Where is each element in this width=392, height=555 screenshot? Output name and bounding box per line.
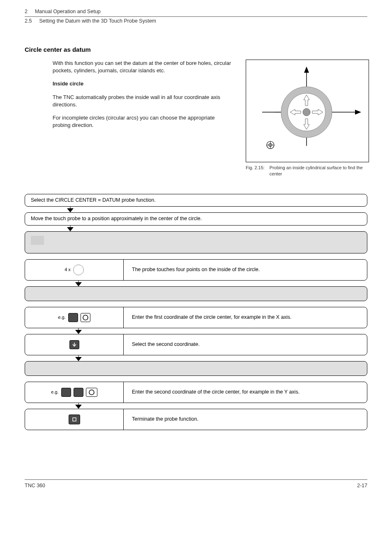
intro-text: With this function you can set the datum… (53, 60, 233, 74)
page-footer: TNC 360 2-17 (25, 479, 367, 490)
figure-caption-text: Probing an inside cylindrical surface to… (270, 165, 369, 177)
numeric-key-icon (68, 313, 78, 322)
step-text: Select the second coordinate. (124, 334, 367, 355)
step-text: The probe touches four points on the ins… (124, 260, 367, 280)
step-terminate: Terminate the probe function. (25, 409, 367, 430)
screen-rect-icon (31, 236, 44, 245)
footer-left: TNC 360 (25, 482, 45, 490)
step-second-coordinate: e.g. Enter the second coordinate of the … (25, 382, 367, 403)
figure-probe-diagram (246, 60, 369, 162)
display-placeholder (25, 286, 367, 301)
flow-connector (66, 207, 367, 212)
step-text: Enter the first coordinate of the circle… (124, 307, 367, 328)
step-text: Terminate the probe function. (124, 409, 367, 430)
svg-marker-20 (75, 357, 82, 361)
section-header: 2.5 Setting the Datum with the 3D Touch … (25, 18, 367, 25)
step-first-coordinate: e.g. Enter the first coordinate of the c… (25, 307, 367, 328)
flow-connector (66, 226, 367, 231)
svg-point-5 (303, 108, 310, 116)
step-select-second-coord: Select the second coordinate. (25, 334, 367, 355)
svg-marker-13 (67, 227, 74, 231)
step-text: Enter the second coordinate of the circl… (124, 382, 367, 403)
eg-label: e.g. (58, 314, 65, 320)
chapter-title: Manual Operation and Setup (35, 8, 101, 16)
section-number: 2.5 (25, 18, 32, 25)
start-key-icon (73, 265, 84, 275)
display-placeholder (25, 231, 367, 253)
step-move-probe: Move the touch probe to a position appro… (25, 212, 367, 226)
chapter-number: 2 (25, 8, 28, 16)
svg-rect-24 (73, 418, 76, 421)
page-header: 2 Manual Operation and Setup (25, 8, 367, 17)
svg-marker-11 (67, 208, 74, 212)
circle-key-icon (81, 313, 90, 322)
flow-connector (74, 328, 367, 334)
figure-number: Fig. 2.15: (246, 165, 265, 177)
step-probe-four-points: 4 x The probe touches four points on the… (25, 259, 367, 281)
flow-connector (74, 301, 367, 307)
flow-connector (74, 376, 367, 382)
svg-marker-23 (75, 405, 82, 409)
repeat-count: 4 x (65, 267, 71, 273)
svg-marker-18 (75, 330, 82, 334)
circle-key-icon (86, 388, 97, 397)
numeric-key-icon (74, 388, 83, 397)
flow-connector (74, 355, 367, 361)
end-key-icon (69, 415, 80, 424)
display-placeholder (25, 361, 367, 376)
svg-marker-15 (75, 282, 82, 286)
page-title: Circle center as datum (25, 45, 367, 54)
figure-caption: Fig. 2.15: Probing an inside cylindrical… (246, 165, 369, 177)
flow-connector (74, 403, 367, 409)
step-select-function: Select the CIRCLE CENTER = DATUM probe f… (25, 194, 367, 207)
svg-point-21 (89, 390, 94, 395)
sub-heading: Inside circle (53, 80, 233, 88)
flow-connector (74, 281, 367, 286)
arrow-down-key-icon (69, 340, 79, 349)
svg-point-16 (83, 315, 88, 320)
numeric-key-icon (61, 388, 71, 397)
section-title: Setting the Datum with the 3D Touch Prob… (39, 18, 156, 25)
paragraph-1: The TNC automatically probes the inside … (53, 94, 233, 108)
footer-right: 2-17 (357, 482, 367, 490)
paragraph-2: For incomplete circles (circular arcs) y… (53, 114, 233, 129)
flow-connector (74, 253, 367, 259)
eg-label: e.g. (51, 389, 58, 395)
